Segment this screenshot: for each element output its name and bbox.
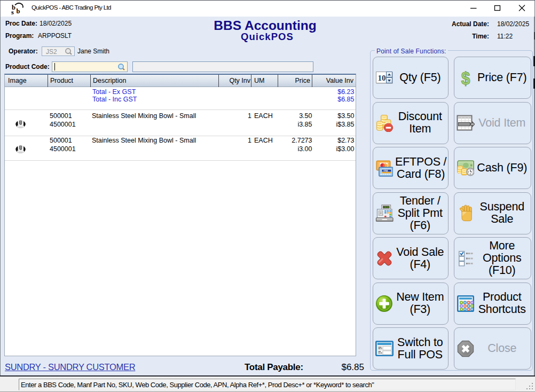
svg-text:VISA: VISA (383, 170, 388, 172)
svg-text:b: b (17, 7, 20, 15)
svg-text:10: 10 (377, 74, 385, 82)
svg-text:s: s (11, 9, 14, 16)
svg-text:$: $ (461, 69, 470, 87)
